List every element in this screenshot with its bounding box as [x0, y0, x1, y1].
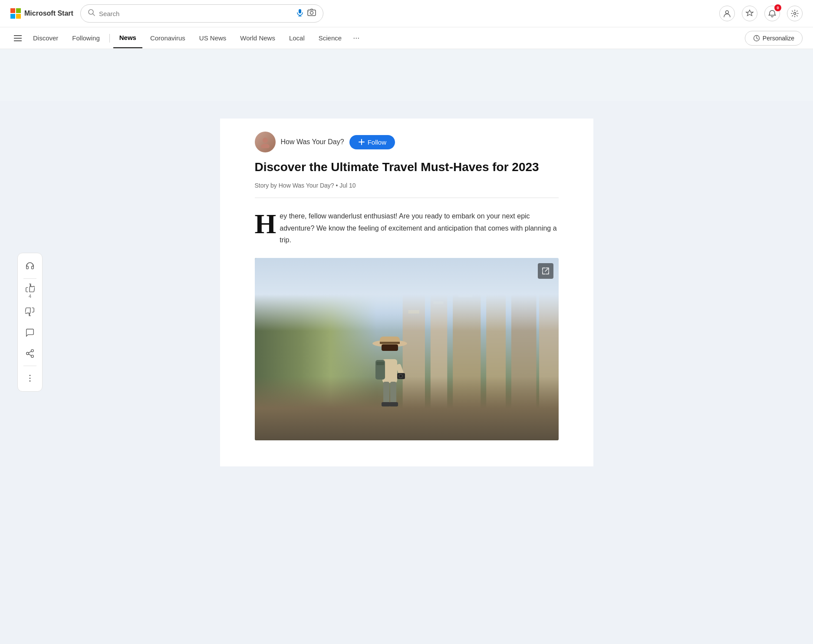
ms-logo-green — [16, 8, 21, 13]
ms-logo-blue — [10, 14, 15, 19]
hamburger-menu[interactable] — [10, 30, 25, 46]
content-wrapper: How Was Your Day? Follow Discover the Ul… — [0, 101, 813, 644]
search-input[interactable] — [99, 10, 293, 17]
article-body: H ey there, fellow wanderlust enthusiast… — [255, 210, 559, 246]
svg-rect-5 — [308, 10, 316, 16]
article-container: How Was Your Day? Follow Discover the Ul… — [220, 119, 593, 466]
search-bar — [80, 4, 323, 23]
svg-line-1 — [92, 14, 95, 16]
notification-badge: 0 — [774, 4, 781, 11]
svg-rect-46 — [390, 382, 396, 403]
header-actions: 0 — [719, 6, 803, 21]
svg-point-15 — [31, 355, 34, 357]
svg-point-6 — [310, 11, 313, 14]
article-divider — [255, 198, 559, 198]
svg-rect-2 — [299, 9, 301, 13]
nav-item-science[interactable]: Science — [313, 28, 348, 48]
nav-item-coronavirus[interactable]: Coronavirus — [144, 28, 191, 48]
follow-button[interactable]: Follow — [349, 135, 395, 149]
profile-button[interactable] — [719, 6, 735, 21]
ms-logo-red — [10, 8, 15, 13]
share-button[interactable] — [20, 344, 39, 363]
personalize-button[interactable]: Personalize — [745, 31, 803, 46]
side-action-bar: 4 — [17, 253, 43, 392]
like-count: 4 — [29, 294, 31, 299]
like-button[interactable]: 4 — [20, 281, 39, 301]
svg-point-44 — [399, 375, 402, 377]
svg-point-19 — [30, 377, 31, 379]
svg-point-22 — [261, 144, 270, 148]
article-image-container — [255, 258, 559, 440]
app-name: Microsoft Start — [24, 10, 73, 17]
svg-rect-32 — [433, 301, 443, 304]
svg-rect-36 — [380, 342, 400, 344]
nav-item-world-news[interactable]: World News — [234, 28, 281, 48]
publisher-bar: How Was Your Day? Follow — [255, 119, 559, 159]
settings-button[interactable] — [787, 6, 803, 21]
nav-more-button[interactable]: ··· — [349, 27, 363, 49]
svg-rect-45 — [383, 382, 389, 403]
publisher-avatar — [255, 132, 276, 152]
main-nav: Discover Following News Coronavirus US N… — [0, 27, 813, 49]
logo-link[interactable]: Microsoft Start — [10, 8, 73, 19]
notifications-button[interactable]: 0 — [764, 6, 780, 21]
svg-rect-37 — [382, 344, 398, 351]
article-body-text: ey there, fellow wanderlust enthusiast! … — [280, 212, 556, 243]
camera-icon[interactable] — [307, 8, 316, 19]
header: Microsoft Start — [0, 0, 813, 27]
svg-point-7 — [726, 11, 729, 14]
more-options-button[interactable] — [20, 369, 39, 388]
publisher-avatar-img — [255, 132, 276, 152]
expand-icon[interactable] — [538, 263, 553, 279]
svg-rect-48 — [389, 402, 398, 406]
divider-1 — [23, 278, 36, 279]
drop-cap: H — [255, 210, 280, 235]
svg-point-8 — [794, 13, 796, 15]
rewards-button[interactable] — [742, 6, 757, 21]
svg-point-18 — [30, 375, 31, 376]
article-title: Discover the Ultimate Travel Must-Haves … — [255, 159, 559, 175]
article-byline: Story by How Was Your Day? • Jul 10 — [255, 182, 559, 189]
svg-point-21 — [263, 138, 268, 143]
nav-item-local[interactable]: Local — [283, 28, 311, 48]
mic-icon[interactable] — [296, 9, 304, 18]
nav-item-discover[interactable]: Discover — [27, 28, 64, 48]
comment-button[interactable] — [20, 323, 39, 342]
listen-button[interactable] — [20, 257, 39, 276]
search-icon — [88, 9, 95, 18]
svg-rect-33 — [458, 293, 472, 297]
ad-banner — [0, 49, 813, 101]
article-image — [255, 258, 559, 440]
ms-logo — [10, 8, 21, 19]
dislike-button[interactable] — [20, 302, 39, 321]
svg-line-17 — [29, 351, 31, 353]
svg-point-14 — [26, 352, 29, 355]
svg-rect-31 — [408, 310, 419, 314]
svg-line-16 — [29, 354, 31, 356]
nav-divider — [109, 34, 110, 43]
ms-logo-yellow — [16, 14, 21, 19]
svg-rect-40 — [376, 362, 384, 365]
svg-point-20 — [30, 380, 31, 382]
divider-2 — [23, 366, 36, 366]
nav-item-news[interactable]: News — [113, 28, 142, 48]
nav-item-following[interactable]: Following — [66, 28, 105, 48]
publisher-name: How Was Your Day? — [281, 138, 344, 146]
svg-rect-47 — [382, 402, 390, 406]
svg-point-13 — [31, 349, 34, 352]
nav-item-us-news[interactable]: US News — [193, 28, 233, 48]
